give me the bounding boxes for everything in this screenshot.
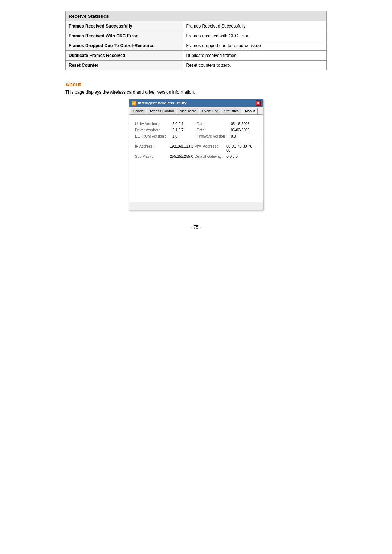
net-value-b: 0.0.0.0: [226, 155, 257, 159]
window-footer: [129, 202, 263, 210]
field-label-b: Firmware Version :: [197, 134, 229, 138]
net-label-b: Phy_Address :: [195, 144, 225, 152]
window-tab-event-log[interactable]: Event Log: [200, 108, 221, 114]
network-field-row: Sub Mask : 255.255.255.0 Default Gateway…: [135, 155, 257, 159]
receive-statistics-table: Receive Statistics Frames Received Succe…: [65, 11, 327, 70]
about-title: About: [65, 81, 327, 87]
page-number: - 75 -: [65, 225, 327, 230]
stats-value: Frames Received Successfully: [183, 21, 326, 31]
field-value: 2.1.6.7: [172, 128, 195, 132]
net-value: 255.255.255.0: [170, 155, 193, 159]
section-header: Receive Statistics: [66, 11, 327, 21]
wireless-utility-window: 📶 Intelligent Wireless Utility ✕ ConfigA…: [129, 99, 263, 210]
field-value: 2.0.2.1: [172, 122, 195, 126]
net-label: Sub Mask :: [135, 155, 168, 159]
window-tab-access-control[interactable]: Access Control: [147, 108, 176, 114]
window-tab-mac-table[interactable]: Mac Table: [177, 108, 199, 114]
about-field-row: Driver Version : 2.1.6.7 Date : 05-02-20…: [135, 128, 257, 132]
field-label: Utility Version :: [135, 122, 171, 126]
net-value-b: 00-0C-43-30-76-00: [226, 144, 257, 152]
window-body: Utility Version : 2.0.2.1 Date : 05-16-2…: [129, 115, 263, 202]
field-label-b: Date :: [197, 122, 229, 126]
about-field-row: EEPROM Version : 1.0 Firmware Version : …: [135, 134, 257, 138]
stats-value: Reset counters to zero.: [183, 61, 326, 70]
divider: [135, 141, 257, 141]
window-icon: 📶: [131, 101, 136, 106]
stats-label: Frames Dropped Due To Out-of-Resource: [66, 41, 183, 51]
net-label: IP Address :: [135, 144, 168, 152]
stats-label: Reset Counter: [66, 61, 183, 70]
close-button[interactable]: ✕: [256, 100, 261, 106]
stats-value: Frames received with CRC error.: [183, 31, 326, 41]
window-tab-about[interactable]: About: [242, 108, 258, 114]
stats-value: Duplicate received frames.: [183, 51, 326, 61]
field-value-b: 0.9: [231, 134, 257, 138]
field-value: 1.0: [172, 134, 195, 138]
field-value-b: 05-16-2008: [231, 122, 257, 126]
window-tab-statistics[interactable]: Statistics: [222, 108, 241, 114]
stats-label: Frames Received Successfully: [66, 21, 183, 31]
titlebar-left: 📶 Intelligent Wireless Utility: [131, 101, 187, 106]
net-label-b: Default Gateway :: [195, 155, 225, 159]
stats-label: Frames Received With CRC Error: [66, 31, 183, 41]
about-description: This page displays the wireless card and…: [65, 90, 327, 95]
field-label: EEPROM Version :: [135, 134, 171, 138]
window-title: Intelligent Wireless Utility: [138, 101, 187, 105]
field-label-b: Date :: [197, 128, 229, 132]
net-value: 192.168.123.1: [170, 144, 193, 152]
stats-label: Duplicate Frames Received: [66, 51, 183, 61]
field-label: Driver Version :: [135, 128, 171, 132]
window-tabs: ConfigAccess ControlMac TableEvent LogSt…: [129, 107, 263, 115]
window-titlebar: 📶 Intelligent Wireless Utility ✕: [129, 99, 263, 107]
network-field-row: IP Address : 192.168.123.1 Phy_Address :…: [135, 144, 257, 152]
window-tab-config[interactable]: Config: [131, 108, 146, 114]
about-section: About This page displays the wireless ca…: [65, 81, 327, 210]
stats-value: Frames dropped due to resource issue: [183, 41, 326, 51]
field-value-b: 05-02-2009: [231, 128, 257, 132]
about-field-row: Utility Version : 2.0.2.1 Date : 05-16-2…: [135, 122, 257, 126]
